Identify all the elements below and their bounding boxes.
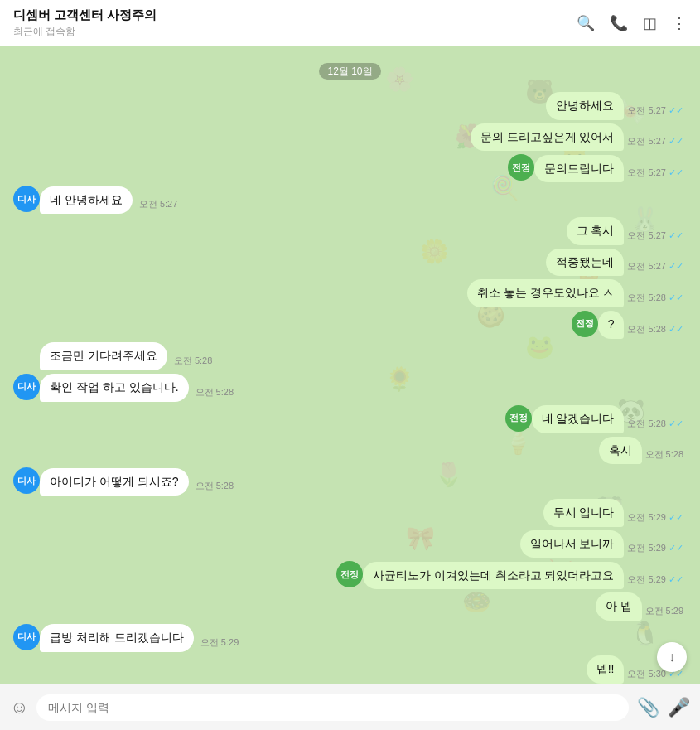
message-time: 오전 5:27 xyxy=(139,198,177,210)
message-row: 디사 확인 작업 하고 있습니다. 오전 5:28 xyxy=(13,374,687,402)
message-bubble: 취소 놓는 경우도있나요 ㅅ xyxy=(467,279,625,307)
message-time: 오전 5:29 ✓✓ xyxy=(627,542,683,554)
message-row: 오전 5:30 ✓✓ 넵!! xyxy=(13,655,687,684)
bubble-with-meta: 오전 5:27 ✓✓ 문의 드리고싶은게 있어서 xyxy=(471,123,687,152)
chat-header: 디셈버 고객센터 사정주의 최근에 접속함 🔍 📞 ◫ ⋮ xyxy=(0,0,700,46)
avatar: 디사 xyxy=(13,624,40,650)
emoji-icon[interactable]: ☺ xyxy=(10,697,28,718)
message-time: 오전 5:28 ✓✓ xyxy=(627,292,683,304)
message-bubble: 넵!! xyxy=(587,655,625,684)
message-row: 오전 5:27 ✓✓ 그 혹시 xyxy=(13,217,687,245)
message-bubble: 네 알겠습니다 xyxy=(532,405,625,433)
message-time: 오전 5:27 ✓✓ xyxy=(627,167,683,179)
message-time: 오전 5:28 xyxy=(196,386,234,399)
date-divider: 12월 10일 xyxy=(13,63,687,79)
message-row: 오전 5:29 ✓✓ 투시 입니다 xyxy=(13,499,687,527)
avatar: 전정 xyxy=(336,561,363,587)
bubble-with-meta: 아이디가 어떻게 되시죠? 오전 5:28 xyxy=(40,468,234,496)
message-row: 디사 네 안녕하세요 오전 5:27 xyxy=(13,186,687,214)
message-time: 오전 5:27 ✓✓ xyxy=(627,230,683,242)
bubble-with-meta: 오전 5:28 혹시 xyxy=(599,437,687,465)
bubble-with-meta: 오전 5:27 ✓✓ 문의드립니다 xyxy=(534,155,687,183)
message-time: 오전 5:28 xyxy=(645,448,683,461)
message-bubble: ? xyxy=(598,311,625,339)
message-bubble: 사균티노가 이겨있는데 취소라고 되있더라고요 xyxy=(363,562,625,590)
message-row: 오전 5:28 ✓✓ 취소 놓는 경우도있나요 ㅅ xyxy=(13,279,687,307)
message-row: 오전 5:28 ✓✓ ? 전정 xyxy=(13,311,687,339)
message-bubble: 문의 드리고싶은게 있어서 xyxy=(471,123,625,152)
header-info: 디셈버 고객센터 사정주의 최근에 접속함 xyxy=(13,7,157,39)
message-row: 오전 5:29 아 넵 xyxy=(13,592,687,621)
message-bubble: 일어나서 보니까 xyxy=(520,530,625,558)
message-row: 디사 급방 처리해 드리겠습니다 오전 5:29 xyxy=(13,624,687,652)
message-input-bar: ☺ 📎 🎤 xyxy=(0,684,700,730)
chevron-down-icon: ↓ xyxy=(669,650,675,665)
avatar: 디사 xyxy=(13,467,40,494)
message-input[interactable] xyxy=(36,694,629,721)
more-options-icon[interactable]: ⋮ xyxy=(672,14,687,32)
bubble-with-meta: 오전 5:29 ✓✓ 사균티노가 이겨있는데 취소라고 되있더라고요 xyxy=(363,562,687,590)
message-bubble: 그 혹시 xyxy=(567,217,625,245)
message-row: 오전 5:28 ✓✓ 네 알겠습니다 전정 xyxy=(13,405,687,433)
message-time: 오전 5:27 ✓✓ xyxy=(627,104,683,117)
message-time: 오전 5:28 ✓✓ xyxy=(627,418,683,430)
search-icon[interactable]: 🔍 xyxy=(577,14,595,32)
message-bubble: 적중됐는데 xyxy=(546,249,624,277)
bubble-with-meta: 오전 5:27 ✓✓ 적중됐는데 xyxy=(546,249,687,277)
bubble-with-meta: 확인 작업 하고 있습니다. 오전 5:28 xyxy=(40,374,234,402)
avatar: 전정 xyxy=(508,154,534,181)
chat-messages-area: 🌸 🐻 🍬 🌺 🐱 🍭 🐰 🌼 🦊 🍪 🐸 🌻 🐼 🍦 🌷 🐨 🎀 🐙 🍩 🐧 … xyxy=(0,46,700,684)
header-actions: 🔍 📞 ◫ ⋮ xyxy=(577,14,687,32)
message-bubble: 확인 작업 하고 있습니다. xyxy=(40,374,189,402)
mic-icon[interactable]: 🎤 xyxy=(668,697,690,718)
attach-icon[interactable]: 📎 xyxy=(637,697,659,718)
bubble-with-meta: 급방 처리해 드리겠습니다 오전 5:29 xyxy=(40,624,239,652)
message-time: 오전 5:29 xyxy=(645,605,683,617)
avatar: 디사 xyxy=(13,186,40,212)
message-time: 오전 5:27 ✓✓ xyxy=(627,135,683,147)
message-bubble: 안녕하세요 xyxy=(546,92,624,120)
message-bubble: 조금만 기다려주세요 xyxy=(40,342,167,370)
contact-name: 디셈버 고객센터 사정주의 xyxy=(13,7,157,23)
message-bubble: 급방 처리해 드리겠습니다 xyxy=(40,624,194,652)
avatar: 디사 xyxy=(13,374,40,400)
message-row: 오전 5:27 ✓✓ 안녕하세요 xyxy=(13,92,687,120)
message-bubble: 아 넵 xyxy=(596,592,642,621)
message-bubble: 문의드립니다 xyxy=(534,155,624,183)
message-bubble: 투시 입니다 xyxy=(543,499,625,527)
message-time: 오전 5:29 xyxy=(200,636,239,649)
message-time: 오전 5:28 ✓✓ xyxy=(627,323,683,336)
avatar: 전정 xyxy=(505,405,532,432)
bubble-with-meta: 오전 5:29 ✓✓ 일어나서 보니까 xyxy=(520,530,687,558)
bubble-with-meta: 오전 5:29 아 넵 xyxy=(596,592,687,621)
message-row: 오전 5:29 ✓✓ 사균티노가 이겨있는데 취소라고 되있더라고요 전정 xyxy=(13,561,687,589)
message-bubble: 혹시 xyxy=(599,437,642,465)
message-time: 오전 5:29 ✓✓ xyxy=(627,573,683,586)
bubble-with-meta: 오전 5:28 ✓✓ ? xyxy=(598,311,687,339)
bubble-with-meta: 오전 5:28 ✓✓ 네 알겠습니다 xyxy=(532,405,687,433)
bubble-with-meta: 네 안녕하세요 오전 5:27 xyxy=(40,186,177,215)
message-row: 오전 5:27 ✓✓ 적중됐는데 xyxy=(13,249,687,277)
bubble-with-meta: 오전 5:28 ✓✓ 취소 놓는 경우도있나요 ㅅ xyxy=(467,279,687,307)
layout-icon[interactable]: ◫ xyxy=(643,14,657,32)
message-row: 오전 5:27 ✓✓ 문의드립니다 전정 xyxy=(13,154,687,182)
message-time: 오전 5:27 ✓✓ xyxy=(627,260,683,273)
message-time: 오전 5:28 xyxy=(174,355,212,367)
message-row: 오전 5:27 ✓✓ 문의 드리고싶은게 있어서 xyxy=(13,123,687,152)
message-time: 오전 5:29 ✓✓ xyxy=(627,511,683,524)
message-bubble: 네 안녕하세요 xyxy=(40,186,133,215)
contact-status: 최근에 접속함 xyxy=(13,25,157,39)
bubble-with-meta: 조금만 기다려주세요 오전 5:28 xyxy=(40,342,212,370)
avatar: 전정 xyxy=(572,311,598,337)
bubble-with-meta: 오전 5:27 ✓✓ 안녕하세요 xyxy=(546,92,687,120)
scroll-down-button[interactable]: ↓ xyxy=(657,642,687,672)
message-row: 오전 5:29 ✓✓ 일어나서 보니까 xyxy=(13,530,687,558)
message-time: 오전 5:28 xyxy=(196,480,234,492)
bubble-with-meta: 오전 5:29 ✓✓ 투시 입니다 xyxy=(543,499,687,527)
phone-icon[interactable]: 📞 xyxy=(610,14,628,32)
message-bubble: 아이디가 어떻게 되시죠? xyxy=(40,468,189,496)
message-row: 조금만 기다려주세요 오전 5:28 xyxy=(13,342,687,370)
message-row: 오전 5:28 혹시 xyxy=(13,437,687,465)
bubble-with-meta: 오전 5:27 ✓✓ 그 혹시 xyxy=(567,217,687,245)
message-row: 디사 아이디가 어떻게 되시죠? 오전 5:28 xyxy=(13,467,687,496)
